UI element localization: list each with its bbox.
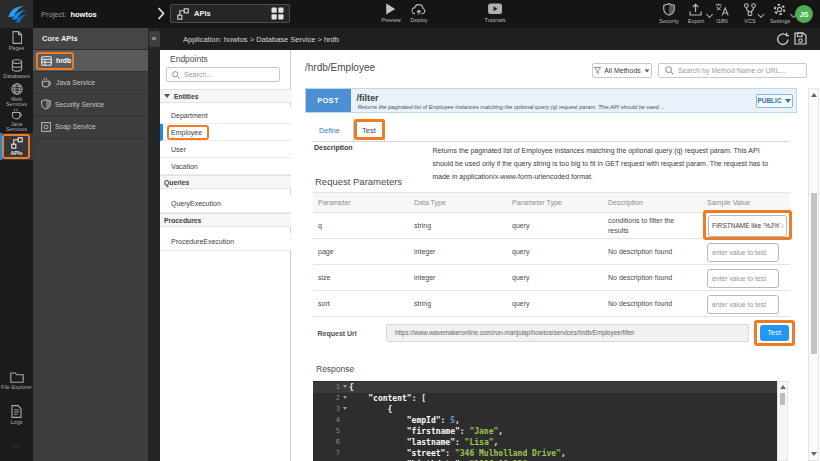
- endpoint-path: /filter: [357, 93, 379, 103]
- request-parameters-table: Parameter Data Type Parameter Type Descr…: [313, 192, 790, 317]
- editor-scrollbar-thumb[interactable]: [780, 393, 785, 405]
- preview-button[interactable]: Preview: [381, 3, 401, 23]
- description-label: Description: [314, 144, 353, 151]
- translate-icon: [715, 3, 729, 16]
- endpoint-item-department[interactable]: Department: [160, 107, 291, 124]
- sample-value-input-q[interactable]: [708, 215, 787, 238]
- branch-icon: [744, 3, 757, 16]
- group-header-queries[interactable]: Queries: [160, 175, 291, 189]
- endpoint-item-user[interactable]: User: [160, 141, 291, 158]
- apis-workspace-tab[interactable]: APIs: [170, 4, 290, 23]
- response-code-editor[interactable]: 1{2 "content": [3 {4 "empId": 5,5 "first…: [313, 381, 777, 461]
- sidebar-item-java-services[interactable]: Java Services: [0, 108, 33, 133]
- soap-icon: [41, 122, 51, 132]
- group-header-entities[interactable]: Entities: [160, 89, 291, 103]
- method-search-input[interactable]: Search by Method Name or URL...: [658, 63, 807, 78]
- scroll-up-icon[interactable]: [780, 385, 786, 389]
- coffee-icon: [41, 77, 52, 88]
- wavemaker-studio: Project:howtos APIs Preview Deploy Tutor…: [0, 0, 820, 461]
- scroll-down-icon[interactable]: [811, 452, 817, 456]
- coffee-icon: [11, 108, 23, 120]
- sample-value-input-size[interactable]: [707, 269, 779, 288]
- scroll-up-icon[interactable]: [811, 93, 817, 97]
- fold-arrow-icon[interactable]: [343, 407, 347, 410]
- content-scrollbar-thumb[interactable]: [811, 193, 817, 354]
- sidebar-item-apis[interactable]: APIs: [0, 137, 33, 156]
- endpoint-item-employee[interactable]: Employee: [160, 124, 291, 141]
- sidebar-item-databases[interactable]: Databases: [0, 59, 33, 79]
- search-icon: [665, 66, 674, 75]
- endpoint-item-vacation[interactable]: Vacation: [160, 158, 291, 175]
- shield-icon: [663, 3, 675, 16]
- sidebar-item-pages[interactable]: Pages: [0, 31, 33, 51]
- description-text: Returns the paginated list of Employee i…: [433, 144, 781, 183]
- grid-icon[interactable]: [271, 7, 284, 20]
- service-item-soap-service[interactable]: Soap Service: [33, 116, 148, 138]
- service-item-security-service[interactable]: Security Service: [33, 94, 148, 116]
- sidebar-item-file-explorer[interactable]: File Explorer: [0, 372, 33, 390]
- breadcrumb: Application: howtos > Database Service >…: [183, 35, 339, 44]
- rail-more-button[interactable]: ...: [0, 442, 33, 448]
- code-line: 7 "street": "346 Mulholland Drive",: [313, 448, 777, 459]
- database-icon: [11, 59, 23, 72]
- test-button[interactable]: Test: [760, 325, 789, 342]
- tutorials-button[interactable]: Tutorials: [485, 3, 506, 23]
- funnel-icon: [594, 67, 601, 75]
- save-icon[interactable]: [794, 32, 807, 45]
- app-header-bar: Application: howtos > Database Service >…: [160, 28, 820, 50]
- wavemaker-logo[interactable]: [0, 0, 33, 28]
- endpoint-item-procedureexecution[interactable]: ProcedureExecution: [160, 233, 291, 251]
- triangle-down-icon: [164, 94, 170, 98]
- security-button[interactable]: Security: [659, 3, 679, 24]
- user-avatar[interactable]: JS: [795, 5, 813, 23]
- method-filter-dropdown[interactable]: All Methods: [592, 63, 652, 78]
- caret-down-icon: [644, 69, 649, 72]
- refresh-icon[interactable]: [776, 32, 789, 46]
- table-row-q: q string query conditions to filter the …: [313, 213, 790, 240]
- code-line: 6 "lastname": "Lisa",: [313, 437, 777, 448]
- i18n-button[interactable]: I18N: [715, 3, 729, 24]
- table-row-page: page integer query No description found: [313, 239, 790, 265]
- caret-down-icon: [785, 99, 791, 103]
- export-button[interactable]: Export: [688, 3, 704, 24]
- code-line: 4 "empId": 5,: [313, 415, 777, 426]
- fold-arrow-icon[interactable]: [343, 396, 347, 399]
- request-url-value[interactable]: https://www.wavemakeronline.com/run-manj…: [386, 324, 749, 342]
- cloud-upload-icon: [412, 3, 427, 15]
- project-name: Project:howtos: [41, 0, 97, 28]
- globe-icon: [11, 83, 23, 95]
- endpoint-item-queryexecution[interactable]: QueryExecution: [160, 195, 291, 213]
- response-label: Response: [316, 364, 354, 374]
- sample-value-input-page[interactable]: [707, 243, 779, 262]
- method-post-badge: POST: [306, 89, 351, 113]
- chevron-down-icon: [759, 12, 764, 17]
- table-row-size: size integer query No description found: [313, 265, 790, 291]
- content-scrollbar[interactable]: [808, 88, 819, 461]
- endpoint-accordion-header[interactable]: POST /filter Returns the paginated list …: [305, 88, 797, 114]
- chevron-down-icon: [707, 12, 712, 17]
- deploy-button[interactable]: Deploy: [410, 3, 427, 23]
- service-item-hrdb[interactable]: hrdb: [33, 50, 148, 72]
- access-dropdown[interactable]: PUBLIC: [756, 94, 793, 109]
- sample-value-input-sort[interactable]: [707, 295, 779, 314]
- group-header-procedures[interactable]: Procedures: [160, 213, 291, 227]
- chevron-right-icon: [157, 7, 165, 20]
- code-line: 3 {: [313, 404, 777, 415]
- request-parameters-title: Request Parameters: [315, 176, 402, 187]
- sidebar-item-web-services[interactable]: Web Services: [0, 83, 33, 108]
- service-item-java-service[interactable]: Java Service: [33, 72, 148, 94]
- fold-arrow-icon[interactable]: [343, 385, 347, 388]
- database-table-icon: [41, 56, 52, 66]
- editor-scrollbar[interactable]: [777, 381, 788, 461]
- vcs-button[interactable]: VCS: [744, 3, 757, 24]
- sidebar-item-logs[interactable]: Logs: [0, 405, 33, 425]
- tab-define[interactable]: Define: [319, 126, 340, 135]
- code-line: 5 "firstname": "Jane",: [313, 426, 777, 437]
- collapse-panel-button[interactable]: «: [149, 31, 160, 47]
- main-content: /hrdb/Employee All Methods Search by Met…: [292, 50, 820, 461]
- tab-test[interactable]: Test: [353, 119, 385, 141]
- shield-icon: [41, 99, 51, 110]
- settings-button[interactable]: Settings: [770, 3, 790, 24]
- request-url-label: Request Url: [318, 330, 357, 337]
- endpoints-search-input[interactable]: Search...: [166, 67, 280, 82]
